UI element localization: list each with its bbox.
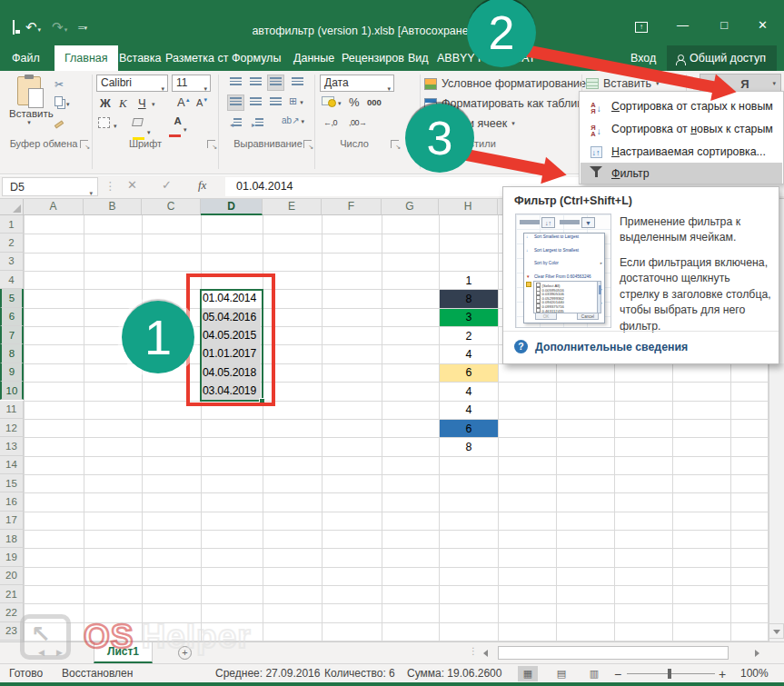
row-header-14[interactable]: 14 — [0, 456, 24, 474]
share-button[interactable]: Общий доступ — [667, 45, 777, 71]
shrink-font-button[interactable]: А▼ — [196, 97, 208, 108]
page-layout-view-icon[interactable]: ▤ — [551, 666, 571, 681]
qat-customize-icon[interactable]: ═▾ — [78, 23, 86, 32]
cell-H12[interactable]: 6 — [440, 420, 498, 437]
insert-function-icon[interactable]: fx — [198, 178, 206, 193]
horizontal-scrollbar-thumb[interactable] — [498, 646, 729, 660]
row-header-18[interactable]: 18 — [0, 530, 24, 548]
zoom-slider-thumb[interactable] — [668, 669, 671, 679]
align-left-icon[interactable] — [227, 94, 244, 111]
cell-H7[interactable]: 2 — [440, 327, 498, 344]
row-header-16[interactable]: 16 — [0, 492, 24, 511]
row-header-11[interactable]: 11 — [0, 401, 24, 419]
cut-icon[interactable]: ✂ — [55, 78, 64, 91]
orientation-icon[interactable]: ab↗▾ — [282, 115, 304, 125]
cell-H5[interactable]: 8 — [440, 290, 498, 307]
column-header-G[interactable]: G — [382, 199, 439, 215]
tab-4[interactable]: Формулы — [222, 45, 291, 71]
row-header-9[interactable]: 9 — [0, 363, 24, 382]
column-header-D[interactable]: D — [201, 199, 263, 215]
accounting-format-icon[interactable]: ▾ — [322, 95, 342, 108]
column-header-F[interactable]: F — [322, 199, 382, 215]
cell-H8[interactable]: 4 — [440, 345, 498, 363]
row-header-20[interactable]: 20 — [0, 567, 24, 585]
zoom-out-button[interactable]: − — [614, 667, 621, 681]
cell-H4[interactable]: 1 — [440, 272, 498, 289]
font-color-icon[interactable]: А▾ — [169, 115, 187, 139]
zoom-in-button[interactable]: + — [719, 667, 726, 681]
cell-H10[interactable]: 4 — [440, 383, 498, 400]
status-recovered[interactable]: Восстановлен — [62, 667, 133, 680]
clipboard-dialog-launcher[interactable] — [80, 140, 88, 148]
font-name-combo[interactable]: Calibri▾ — [96, 75, 168, 92]
vertical-scrollbar[interactable] — [769, 363, 784, 641]
number-format-combo[interactable]: Дата▾ — [320, 75, 394, 92]
cell-H9[interactable]: 6 — [440, 364, 498, 382]
comma-style-button[interactable]: 000 — [367, 97, 382, 107]
confirm-entry-icon[interactable]: ✓ — [162, 178, 172, 192]
row-header-5[interactable]: 5 — [0, 289, 24, 307]
row-header-19[interactable]: 19 — [0, 548, 24, 566]
select-all-corner[interactable] — [0, 199, 24, 215]
tooltip-learn-more[interactable]: ? Дополнительные сведения — [514, 340, 688, 353]
cell-H11[interactable]: 4 — [440, 402, 498, 419]
decrease-decimal-icon[interactable]: ,00→ — [349, 118, 367, 127]
conditional-formatting-button[interactable]: Условное форматирование▾ — [424, 77, 594, 90]
menu-item-custom-sort[interactable]: ↓↑ Настраиваемая сортировка... — [581, 140, 782, 163]
name-box[interactable]: D5▾ — [2, 177, 98, 196]
increase-indent-icon[interactable]: ▸ — [249, 115, 266, 132]
copy-icon[interactable]: ▾ — [55, 96, 70, 109]
number-dialog-launcher[interactable] — [391, 140, 399, 148]
page-break-view-icon[interactable]: ▥ — [584, 666, 604, 681]
cell-H6[interactable]: 3 — [440, 309, 498, 326]
normal-view-icon[interactable]: ▦ — [518, 666, 538, 681]
align-center-icon[interactable] — [247, 94, 264, 111]
row-header-6[interactable]: 6 — [0, 308, 24, 326]
row-header-1[interactable]: 1 — [0, 215, 24, 234]
percent-style-button[interactable]: % — [349, 95, 360, 109]
row-header-15[interactable]: 15 — [0, 474, 24, 492]
align-right-icon[interactable] — [267, 94, 284, 111]
grow-font-button[interactable]: А▲ — [177, 95, 191, 109]
maximize-icon[interactable]: □ — [720, 18, 728, 32]
column-header-A[interactable]: A — [24, 199, 84, 215]
column-header-H[interactable]: H — [439, 199, 498, 215]
row-header-2[interactable]: 2 — [0, 234, 24, 252]
row-header-10[interactable]: 10 — [0, 382, 24, 400]
format-painter-icon[interactable] — [55, 116, 64, 129]
row-header-8[interactable]: 8 — [0, 344, 24, 363]
row-header-4[interactable]: 4 — [0, 271, 24, 289]
hscroll-left-icon[interactable] — [483, 650, 488, 657]
align-top-icon[interactable] — [227, 75, 244, 91]
decrease-indent-icon[interactable]: ◂ — [227, 115, 244, 132]
row-header-3[interactable]: 3 — [0, 253, 24, 271]
menu-item-sort-newest[interactable]: ЯА↓ Сортировка от новых к старым — [581, 117, 782, 140]
ribbon-display-options-icon[interactable]: ↑ — [635, 18, 648, 33]
align-bottom-icon[interactable] — [267, 75, 284, 91]
cancel-entry-icon[interactable]: ✕ — [127, 178, 137, 192]
row-header-17[interactable]: 17 — [0, 512, 24, 530]
hscroll-right-icon[interactable] — [755, 650, 759, 657]
wrap-text-icon[interactable] — [289, 75, 306, 91]
merge-center-icon[interactable]: ⊞▾ — [289, 94, 303, 107]
close-icon[interactable]: ✕ — [758, 18, 768, 32]
borders-icon[interactable]: ▾ — [98, 117, 117, 131]
tab-file[interactable]: Файл — [2, 45, 50, 71]
column-header-C[interactable]: C — [142, 199, 201, 215]
row-header-12[interactable]: 12 — [0, 419, 24, 437]
column-header-E[interactable]: E — [263, 199, 322, 215]
minimize-icon[interactable]: — — [677, 18, 689, 32]
font-size-combo[interactable]: 11▾ — [172, 75, 211, 92]
save-icon[interactable] — [13, 21, 15, 34]
increase-decimal-icon[interactable]: ←,0 — [323, 118, 337, 127]
font-dialog-launcher[interactable] — [207, 140, 215, 148]
row-header-7[interactable]: 7 — [0, 326, 24, 344]
menu-item-filter[interactable]: Фильтр — [581, 163, 782, 184]
underline-dropdown-icon[interactable]: ▾ — [152, 101, 155, 108]
underline-button[interactable]: Ч — [138, 96, 146, 110]
italic-button[interactable]: К — [119, 96, 127, 111]
bold-button[interactable]: Ж — [100, 96, 111, 110]
row-header-21[interactable]: 21 — [0, 585, 24, 603]
cell-H13[interactable]: 8 — [440, 438, 498, 455]
align-middle-icon[interactable] — [247, 75, 264, 91]
